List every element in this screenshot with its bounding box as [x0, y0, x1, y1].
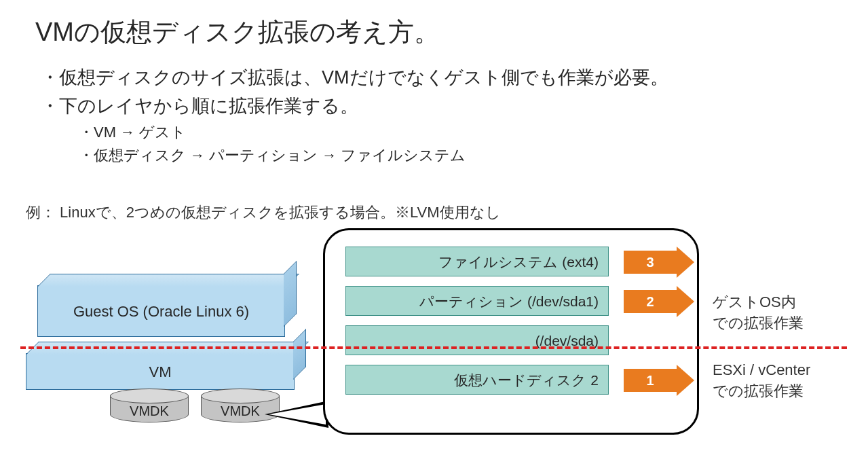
step-arrow-1: 1 — [624, 369, 694, 392]
step-arrow-3: 3 — [624, 251, 694, 274]
step-arrow-2: 2 — [624, 290, 694, 313]
vm-box: VM — [26, 353, 295, 390]
callout-tail — [265, 401, 328, 428]
layer-filesystem: ファイルシステム (ext4) — [345, 247, 609, 276]
guest-os-box: Guest OS (Oracle Linux 6) — [37, 285, 285, 337]
arrow-head-icon — [677, 365, 694, 396]
step-number-1: 1 — [624, 369, 677, 392]
sub-bullet-1: VM → ゲスト — [79, 122, 668, 143]
vmdk-label-1: VMDK — [110, 403, 189, 419]
step-number-3: 3 — [624, 251, 677, 274]
slide-title: VMの仮想ディスク拡張の考え方。 — [35, 15, 440, 50]
note-guest-os: ゲストOS内 での拡張作業 — [713, 292, 804, 334]
example-note: 例： Linuxで、2つめの仮想ディスクを拡張する場合。※LVM使用なし — [26, 202, 501, 223]
vmdk-cylinder-1: VMDK — [110, 389, 189, 422]
arrow-head-icon — [677, 286, 694, 317]
arrow-head-icon — [677, 247, 694, 278]
sub-bullet-2: 仮想ディスク → パーティション → ファイルシステム — [79, 145, 668, 166]
bullet-1: 仮想ディスクのサイズ拡張は、VMだけでなくゲスト側でも作業が必要。 — [41, 65, 668, 90]
bullet-2: 下のレイヤから順に拡張作業する。 — [41, 94, 668, 118]
separator-line — [20, 346, 847, 349]
layer-partition: パーティション (/dev/sda1) — [345, 286, 609, 316]
note-esxi: ESXi / vCenter での拡張作業 — [713, 360, 810, 402]
layer-vdisk: 仮想ハードディスク 2 — [345, 365, 609, 395]
bullet-list: 仮想ディスクのサイズ拡張は、VMだけでなくゲスト側でも作業が必要。 下のレイヤか… — [41, 62, 668, 166]
layer-panel: ファイルシステム (ext4) パーティション (/dev/sda1) (/de… — [323, 228, 699, 435]
layer-device: (/dev/sda) — [345, 325, 609, 355]
step-number-2: 2 — [624, 290, 677, 313]
